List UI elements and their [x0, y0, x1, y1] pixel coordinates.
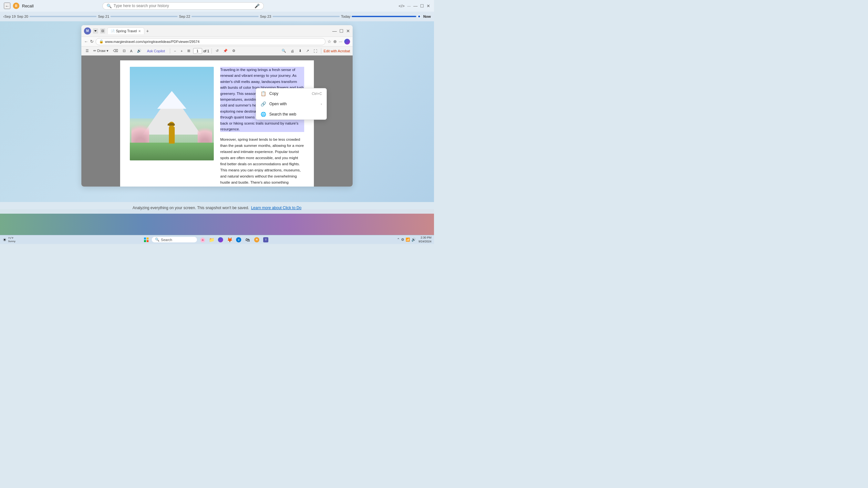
browser-tabs-icon[interactable]: ⊡	[100, 28, 105, 34]
browser-back-button[interactable]: ←	[84, 39, 88, 44]
search-icon: 🔍	[106, 4, 112, 8]
pdf-toolbar: ☰ ✏ Draw ▾ ⌫ ⊡ A 🔊 Ask Copilot − + ⊞ of …	[82, 46, 352, 56]
pdf-erase-icon[interactable]: ⌫	[112, 48, 120, 54]
browser-minimize-button[interactable]: —	[332, 28, 337, 34]
taskbar-teams-icon[interactable]: T	[262, 236, 269, 243]
browser-refresh-button[interactable]: ↻	[90, 39, 94, 44]
browser-addressbar: ← ↻ 🔒 www.margiestravel.com/springtravel…	[82, 37, 352, 46]
taskbar-mail-icon[interactable]: 🦊	[226, 236, 233, 243]
timeline-track-today[interactable]	[352, 16, 416, 17]
tab-close-button[interactable]: ✕	[138, 29, 141, 33]
status-message: Analyzing everything on your screen. Thi…	[132, 205, 249, 210]
microphone-icon[interactable]: 🎤	[254, 4, 259, 8]
taskbar-search-label: Search	[161, 238, 172, 242]
more-options-icon[interactable]: ···	[407, 4, 411, 8]
pdf-scroll-area[interactable]: Traveling in the spring brings a fresh s…	[82, 56, 352, 187]
tab-bar: 📄 Spring Travel ✕ +	[107, 27, 151, 34]
recall-search-box[interactable]: 🔍 🎤	[102, 2, 264, 10]
timeline-track-sep22[interactable]	[191, 16, 259, 17]
timeline-dot	[417, 15, 421, 18]
timeline-track-sep20[interactable]	[29, 16, 97, 17]
clock-date: 9/24/2024	[418, 240, 431, 244]
back-button[interactable]: ←	[4, 3, 10, 9]
taskbar-edge-icon[interactable]: e	[235, 236, 242, 243]
browser-more-icon[interactable]: ···	[339, 39, 342, 44]
pdf-fit-icon[interactable]: ⊡	[121, 48, 127, 54]
time-display[interactable]: 2:30 PM 9/24/2024	[418, 236, 431, 243]
browser-window-buttons: — ☐ ✕	[332, 28, 350, 34]
system-tray-icons: ⌃ ⚙ 📶 🔊	[397, 237, 416, 242]
timeline-segment-sep20: Sep 20	[17, 14, 97, 19]
pdf-text-icon[interactable]: A	[128, 48, 134, 54]
copy-icon: 📋	[260, 91, 266, 96]
browser-restore-button[interactable]: ☐	[339, 28, 344, 34]
pdf-print-icon[interactable]: 🖨	[289, 48, 296, 54]
pdf-speak-icon[interactable]: 🔊	[135, 48, 143, 54]
pdf-nav-icon[interactable]: ☰	[84, 48, 90, 54]
taskbar-search-box[interactable]: 🔍 Search	[152, 237, 197, 242]
browser-close-button[interactable]: ✕	[346, 28, 350, 34]
taskbar-files-icon[interactable]: 📁	[208, 236, 215, 243]
star-icon[interactable]: ☆	[328, 39, 331, 44]
submenu-arrow-icon: ›	[321, 102, 322, 106]
recall-bar: ← R Recall 🔍 🎤 </> ··· — ☐ ✕	[0, 0, 434, 11]
timeline-track-sep21[interactable]	[111, 16, 178, 17]
context-menu-open-with[interactable]: 🔗 Open with ›	[256, 99, 327, 109]
pdf-content-area: Traveling in the spring brings a fresh s…	[82, 56, 352, 187]
timeline-label-sep20: Sep 20	[17, 14, 28, 19]
browser-history-icon[interactable]: ⏷	[93, 28, 98, 34]
browser-outer-bg: M ⏷ ⊡ 📄 Spring Travel ✕ + — ☐ ✕ ← ↻	[0, 21, 434, 202]
close-icon[interactable]: ✕	[427, 4, 430, 8]
recall-title: Recall	[22, 4, 34, 8]
settings-icon[interactable]: ⚙	[401, 237, 404, 242]
ask-copilot-button[interactable]: Ask Copilot	[144, 48, 167, 54]
windows-start-button[interactable]	[143, 236, 150, 243]
recall-search-input[interactable]	[114, 4, 252, 8]
taskbar-widgets-icon[interactable]: 🌸	[199, 236, 206, 243]
svg-rect-0	[144, 237, 146, 239]
context-menu-search-web[interactable]: 🌐 Search the web	[256, 109, 327, 120]
maximize-icon[interactable]: ☐	[420, 4, 424, 8]
timeline-track-sep23[interactable]	[273, 16, 340, 17]
pdf-search-icon[interactable]: 🔍	[280, 48, 288, 54]
minimize-icon[interactable]: —	[413, 4, 417, 8]
taskbar-recall-icon[interactable]: R	[253, 236, 260, 243]
learn-more-link[interactable]: Learn more about Click to Do	[251, 205, 301, 210]
edit-with-acrobat-button[interactable]: Edit with Acrobat	[323, 49, 350, 53]
pdf-share-icon[interactable]: ↗	[305, 48, 311, 54]
browser-tab-spring-travel[interactable]: 📄 Spring Travel ✕	[107, 27, 144, 34]
pdf-settings-icon[interactable]: ⚙	[230, 48, 237, 54]
search-web-label: Search the web	[269, 112, 322, 117]
timeline-back-button[interactable]: ‹ Sep 19	[3, 14, 16, 19]
svg-rect-2	[144, 240, 146, 242]
browser-collections-icon[interactable]: ⊕	[333, 39, 337, 44]
taskbar-browser-icon[interactable]	[217, 236, 224, 243]
tab-label: Spring Travel	[116, 29, 137, 33]
network-icon[interactable]: 📶	[406, 237, 410, 242]
taskbar-store-icon[interactable]: 🛍	[244, 236, 251, 243]
pdf-zoom-out-button[interactable]: −	[173, 48, 178, 54]
chevron-up-icon[interactable]: ⌃	[397, 237, 400, 242]
new-tab-button[interactable]: +	[144, 28, 151, 34]
pdf-separator-2	[212, 48, 212, 54]
pdf-text-area: Traveling in the spring brings a fresh s…	[220, 67, 304, 187]
pdf-rotate-icon[interactable]: ↺	[214, 48, 220, 54]
pdf-fit-width-button[interactable]: ⊞	[186, 48, 192, 54]
context-menu-copy[interactable]: 📋 Copy Ctrl+C	[256, 89, 327, 99]
copy-shortcut: Ctrl+C	[312, 92, 322, 96]
volume-icon[interactable]: 🔊	[411, 237, 416, 242]
browser-profile-icon: M	[84, 27, 91, 35]
pdf-expand-icon[interactable]: ⛶	[312, 48, 319, 54]
pdf-page-input[interactable]	[193, 48, 202, 54]
pdf-zoom-in-button[interactable]: +	[179, 48, 184, 54]
open-with-label: Open with	[269, 102, 317, 106]
pdf-download-icon[interactable]: ⬇	[297, 48, 303, 54]
pdf-annotate-icon[interactable]: 📌	[221, 48, 229, 54]
browser-window: M ⏷ ⊡ 📄 Spring Travel ✕ + — ☐ ✕ ← ↻	[82, 25, 352, 187]
timeline-label-sep22: Sep 22	[179, 14, 190, 19]
pdf-travel-image	[130, 67, 214, 160]
pdf-draw-icon[interactable]: ✏ Draw ▾	[92, 48, 110, 54]
taskbar: ☀ 71°F Sunny 🔍 Search 🌸 📁 🦊	[0, 235, 434, 244]
code-icon[interactable]: </>	[399, 4, 405, 8]
address-box[interactable]: 🔒 www.margiestravel.com/springtravelidea…	[96, 38, 326, 45]
